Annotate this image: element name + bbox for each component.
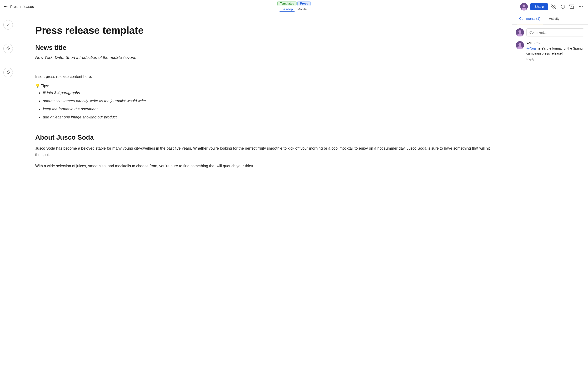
svg-marker-9 <box>6 47 10 51</box>
body-text: Insert press release content here. <box>35 74 493 80</box>
main-layout: Press release template News title New Yo… <box>0 13 588 376</box>
about-para1: Jusco Soda has become a beloved staple f… <box>35 145 493 158</box>
svg-point-7 <box>581 6 581 7</box>
archive-button[interactable] <box>568 3 575 10</box>
connector-1 <box>8 34 8 39</box>
panel-tabs: Comments (1) Activity <box>512 13 588 24</box>
reply-link[interactable]: Reply <box>526 57 584 61</box>
topbar-left: ✒ Press releases <box>4 4 34 10</box>
tool-check[interactable] <box>3 20 13 30</box>
avatar <box>520 3 528 11</box>
refresh-button[interactable] <box>559 3 566 10</box>
connector-2 <box>8 58 8 63</box>
svg-point-13 <box>518 30 521 33</box>
tool-lightning[interactable] <box>3 44 13 53</box>
share-button[interactable]: Share <box>530 3 548 10</box>
breadcrumb-press[interactable]: Press <box>298 1 311 6</box>
tab-desktop[interactable]: Desktop <box>280 7 295 12</box>
svg-point-16 <box>518 43 521 46</box>
logo-icon: ✒ <box>4 4 8 10</box>
content-area: Press release template News title New Yo… <box>16 13 512 376</box>
tip-item: keep the format in the document <box>43 106 493 112</box>
comment-time: · 51s <box>534 42 540 45</box>
tab-comments[interactable]: Comments (1) <box>517 13 543 24</box>
topbar-right: Share <box>520 3 584 11</box>
breadcrumb-templates[interactable]: Templates <box>277 1 296 6</box>
view-tabs: Desktop Mobile <box>280 7 308 12</box>
svg-rect-4 <box>570 5 574 6</box>
tip-item: address customers directly, write as the… <box>43 98 493 104</box>
comment-item: You · 51s @Noa here's the format for the… <box>516 41 584 61</box>
app-title: Press releases <box>10 5 34 9</box>
topbar: ✒ Press releases Templates Press Desktop… <box>0 0 588 13</box>
panel-body: You · 51s @Noa here's the format for the… <box>512 24 588 376</box>
comment-mention: @Noa <box>526 46 536 50</box>
right-panel: Comments (1) Activity You · 51s <box>512 13 588 376</box>
tip-item: add at least one image showing our produ… <box>43 114 493 120</box>
comment-input-row <box>516 28 584 36</box>
svg-point-1 <box>523 5 525 7</box>
about-para2: With a wide selection of juices, smoothi… <box>35 163 493 169</box>
commenter-avatar <box>516 41 524 49</box>
divider-1 <box>35 68 493 68</box>
comment-meta: You · 51s <box>526 41 584 45</box>
tips-label: 💡 Tips: <box>35 84 493 88</box>
tip-item: fit into 3-4 paragraphs <box>43 90 493 96</box>
eye-slash-button[interactable] <box>550 3 557 10</box>
comment-text: @Noa here's the format for the Spring ca… <box>526 46 584 56</box>
breadcrumb: Templates Press <box>277 1 310 6</box>
divider-2 <box>35 126 493 126</box>
tool-feather[interactable] <box>3 68 13 77</box>
about-heading: About Jusco Soda <box>35 134 493 141</box>
svg-point-6 <box>579 6 580 7</box>
intro-text: New York, Date: Short introduction of th… <box>35 55 493 60</box>
comment-author: You <box>526 41 532 45</box>
tab-mobile[interactable]: Mobile <box>296 7 308 12</box>
doc-title: Press release template <box>35 25 493 36</box>
more-button[interactable] <box>578 3 584 10</box>
tips-list: fit into 3-4 paragraphs address customer… <box>35 90 493 120</box>
news-heading: News title <box>35 44 493 52</box>
comment-input-avatar <box>516 28 524 36</box>
about-section: About Jusco Soda Jusco Soda has become a… <box>35 134 493 169</box>
left-sidebar <box>0 13 16 376</box>
comment-input[interactable] <box>526 28 584 36</box>
tab-activity[interactable]: Activity <box>546 13 562 24</box>
svg-point-8 <box>582 6 583 7</box>
comment-content: You · 51s @Noa here's the format for the… <box>526 41 584 61</box>
topbar-center: Templates Press Desktop Mobile <box>277 1 310 12</box>
